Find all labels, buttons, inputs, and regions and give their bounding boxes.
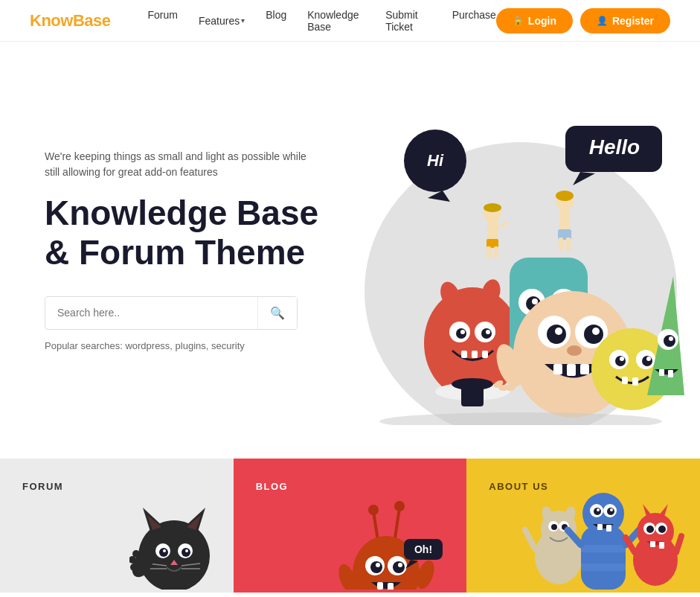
svg-point-106 bbox=[376, 563, 380, 567]
svg-point-72 bbox=[664, 335, 675, 347]
svg-point-60 bbox=[505, 385, 516, 391]
hero-title: Knowledge Base & Forum Theme bbox=[45, 194, 357, 272]
svg-rect-109 bbox=[388, 583, 394, 590]
svg-point-145 bbox=[646, 526, 654, 533]
navbar-actions: Login Register bbox=[496, 8, 670, 33]
svg-rect-55 bbox=[580, 364, 589, 374]
nav-link-purchase[interactable]: Purchase bbox=[452, 9, 496, 33]
search-box: 🔍 bbox=[45, 296, 298, 330]
nav-link-forum[interactable]: Forum bbox=[147, 9, 177, 33]
svg-marker-141 bbox=[643, 504, 652, 517]
svg-point-134 bbox=[610, 508, 613, 511]
svg-rect-147 bbox=[650, 541, 655, 547]
svg-point-96 bbox=[130, 564, 138, 571]
blog-monster-illustration: Oh! bbox=[333, 478, 452, 593]
bottom-cards: FORUM bbox=[0, 459, 700, 593]
svg-rect-74 bbox=[659, 369, 664, 376]
hero-svg: Hi Hello bbox=[357, 75, 684, 425]
navbar: KnowBase Forum Features Blog Knowledge B… bbox=[0, 0, 700, 42]
svg-point-146 bbox=[658, 526, 666, 533]
search-icon: 🔍 bbox=[270, 307, 285, 319]
popular-searches-prefix: Popular searches: bbox=[45, 340, 125, 351]
svg-rect-18 bbox=[559, 237, 563, 251]
brand-logo[interactable]: KnowBase bbox=[30, 11, 110, 31]
svg-point-85 bbox=[182, 548, 190, 557]
svg-point-50 bbox=[555, 328, 562, 335]
svg-point-76 bbox=[379, 412, 662, 425]
svg-point-34 bbox=[452, 378, 493, 390]
svg-rect-127 bbox=[581, 564, 626, 571]
hero-section: We're keeping things as small and light … bbox=[0, 42, 700, 459]
svg-rect-31 bbox=[482, 351, 488, 358]
svg-point-99 bbox=[368, 505, 379, 515]
hero-subtitle: We're keeping things as small and light … bbox=[45, 149, 312, 180]
nav-link-blog[interactable]: Blog bbox=[266, 9, 286, 33]
svg-point-28 bbox=[486, 330, 490, 334]
svg-point-51 bbox=[592, 328, 600, 335]
svg-rect-135 bbox=[597, 524, 603, 530]
nav-link-submit-ticket[interactable]: Submit Ticket bbox=[385, 9, 431, 33]
register-button[interactable]: Register bbox=[580, 8, 670, 33]
svg-text:Hello: Hello bbox=[589, 135, 640, 159]
svg-point-67 bbox=[646, 357, 651, 361]
svg-point-87 bbox=[185, 549, 188, 552]
svg-rect-108 bbox=[377, 582, 383, 590]
svg-line-150 bbox=[676, 536, 681, 552]
blog-svg: Oh! bbox=[333, 478, 452, 590]
svg-rect-11 bbox=[487, 246, 491, 258]
svg-marker-142 bbox=[659, 504, 668, 517]
svg-point-9 bbox=[484, 203, 501, 212]
svg-point-107 bbox=[398, 563, 402, 567]
search-input[interactable] bbox=[45, 298, 257, 328]
svg-rect-75 bbox=[668, 370, 673, 377]
svg-rect-19 bbox=[566, 237, 571, 251]
popular-searches-terms: wordpress, plugins, security bbox=[125, 340, 244, 351]
nav-link-features[interactable]: Features bbox=[199, 9, 245, 33]
svg-point-52 bbox=[567, 345, 582, 356]
svg-point-100 bbox=[394, 501, 405, 511]
about-monster-illustration bbox=[521, 478, 685, 593]
illustration-container: Hi Hello bbox=[357, 75, 684, 425]
hero-title-line1: Knowledge Base bbox=[45, 194, 318, 232]
popular-searches: Popular searches: wordpress, plugins, se… bbox=[45, 340, 357, 351]
card-blog-label: BLOG bbox=[256, 481, 289, 492]
svg-rect-125 bbox=[581, 526, 626, 590]
svg-point-105 bbox=[393, 561, 405, 573]
svg-text:Oh!: Oh! bbox=[414, 543, 432, 555]
hero-title-line2: & Forum Theme bbox=[45, 233, 305, 272]
svg-rect-53 bbox=[553, 364, 562, 374]
svg-text:Hi: Hi bbox=[427, 151, 444, 170]
about-svg bbox=[521, 478, 685, 590]
card-about[interactable]: ABOUT US bbox=[466, 459, 700, 593]
card-blog[interactable]: BLOG bbox=[234, 459, 467, 593]
svg-point-121 bbox=[551, 524, 557, 530]
svg-rect-54 bbox=[567, 364, 576, 376]
svg-point-133 bbox=[597, 508, 600, 511]
nav-link-knowledge-base[interactable]: Knowledge Base bbox=[307, 9, 365, 33]
search-button[interactable]: 🔍 bbox=[257, 297, 297, 329]
svg-line-123 bbox=[525, 530, 535, 549]
svg-rect-12 bbox=[494, 246, 498, 258]
brand-name-part2: Base bbox=[73, 11, 111, 30]
svg-rect-30 bbox=[472, 351, 478, 358]
svg-point-66 bbox=[620, 357, 624, 361]
svg-point-73 bbox=[669, 336, 673, 341]
card-forum[interactable]: FORUM bbox=[0, 459, 234, 593]
hero-illustration: Hi Hello bbox=[357, 75, 684, 425]
svg-rect-136 bbox=[606, 525, 611, 531]
svg-point-86 bbox=[163, 549, 166, 552]
nav-links: Forum Features Blog Knowledge Base Submi… bbox=[147, 9, 495, 33]
forum-svg bbox=[129, 485, 219, 590]
svg-point-27 bbox=[460, 330, 465, 334]
login-button[interactable]: Login bbox=[496, 8, 573, 33]
svg-point-104 bbox=[370, 561, 382, 573]
svg-point-16 bbox=[556, 191, 574, 201]
hero-left: We're keeping things as small and light … bbox=[45, 149, 357, 351]
svg-rect-29 bbox=[461, 351, 467, 358]
svg-rect-126 bbox=[581, 545, 626, 552]
svg-rect-68 bbox=[622, 377, 628, 384]
svg-point-84 bbox=[159, 548, 168, 557]
card-forum-label: FORUM bbox=[22, 481, 63, 492]
svg-point-40 bbox=[532, 298, 538, 304]
svg-rect-148 bbox=[659, 542, 664, 549]
